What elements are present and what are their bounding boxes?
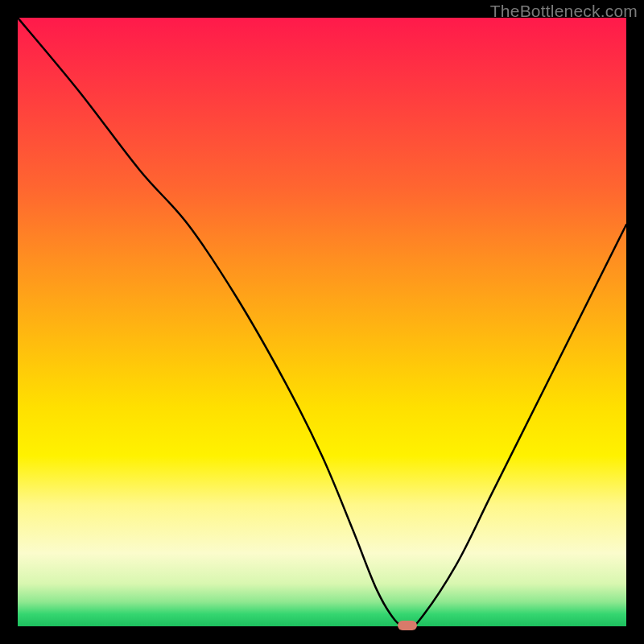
plot-gradient-background: [18, 18, 626, 626]
chart-container: TheBottleneck.com: [0, 0, 644, 644]
optimal-marker: [398, 621, 417, 630]
watermark-text: TheBottleneck.com: [490, 2, 638, 21]
